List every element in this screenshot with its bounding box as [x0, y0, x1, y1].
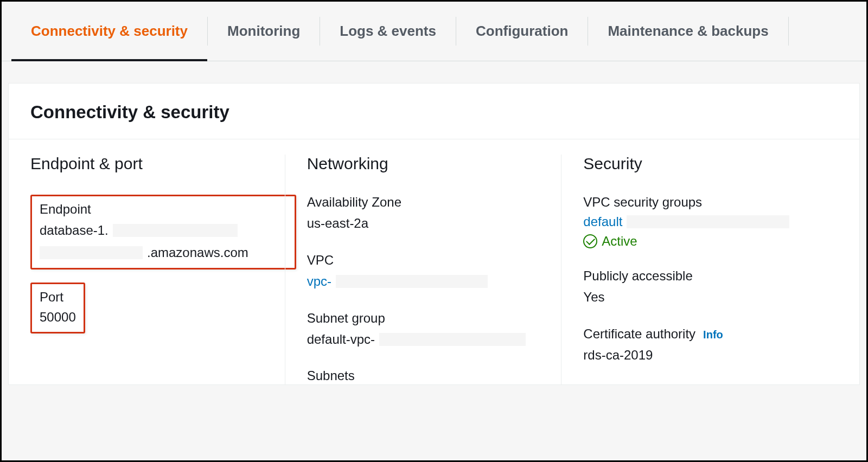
check-circle-icon	[583, 234, 597, 248]
tab-connectivity-security[interactable]: Connectivity & security	[11, 2, 207, 61]
tab-logs-events[interactable]: Logs & events	[320, 2, 456, 61]
column-endpoint-port: Endpoint & port Endpoint database-1. .am…	[30, 155, 285, 384]
availability-zone-value: us-east-2a	[307, 214, 551, 233]
column-networking: Networking Availability Zone us-east-2a …	[285, 155, 561, 384]
vpc-security-group-link[interactable]: default	[583, 214, 622, 229]
info-link[interactable]: Info	[703, 329, 723, 341]
tab-label: Logs & events	[340, 23, 436, 40]
publicly-accessible-label: Publicly accessible	[583, 268, 827, 284]
redacted-segment	[40, 246, 143, 259]
vpc-label: VPC	[307, 253, 551, 268]
app-frame: Connectivity & security Monitoring Logs …	[0, 0, 868, 462]
tab-configuration[interactable]: Configuration	[456, 2, 588, 61]
vpc-link[interactable]: vpc-	[307, 272, 331, 291]
availability-zone-label: Availability Zone	[307, 195, 551, 210]
tab-label: Connectivity & security	[31, 23, 188, 40]
redacted-segment	[379, 333, 526, 346]
subnet-group-prefix: default-vpc-	[307, 330, 375, 349]
vpc-security-groups-label: VPC security groups	[583, 195, 827, 210]
vpc-security-group-status: Active	[583, 234, 827, 249]
subnet-group-value: default-vpc-	[307, 330, 551, 349]
panel-body: Endpoint & port Endpoint database-1. .am…	[9, 139, 859, 384]
tab-monitoring[interactable]: Monitoring	[208, 2, 320, 61]
column-heading: Networking	[307, 155, 551, 173]
certificate-authority-value: rds-ca-2019	[583, 346, 827, 365]
column-heading: Security	[583, 155, 827, 173]
connectivity-panel: Connectivity & security Endpoint & port …	[8, 83, 860, 385]
redacted-segment	[627, 215, 789, 228]
endpoint-label: Endpoint	[40, 202, 287, 217]
endpoint-value: database-1. .amazonaws.com	[40, 221, 287, 262]
column-heading: Endpoint & port	[30, 155, 274, 173]
tab-label: Maintenance & backups	[608, 23, 768, 40]
port-highlight-box: Port 50000	[30, 283, 85, 334]
subnet-group-label: Subnet group	[307, 311, 551, 326]
publicly-accessible-value: Yes	[583, 288, 827, 307]
certificate-authority-label-row: Certificate authority Info	[583, 326, 827, 346]
tab-bar: Connectivity & security Monitoring Logs …	[2, 2, 866, 61]
column-security: Security VPC security groups default Act…	[561, 155, 838, 384]
redacted-segment	[336, 275, 488, 288]
vpc-value: vpc-	[307, 272, 551, 291]
tab-separator	[788, 17, 789, 46]
endpoint-highlight-box: Endpoint database-1. .amazonaws.com	[30, 195, 296, 270]
certificate-authority-label: Certificate authority	[583, 326, 695, 342]
port-value: 50000	[40, 308, 76, 327]
endpoint-value-prefix: database-1.	[40, 221, 108, 240]
tab-label: Monitoring	[227, 23, 300, 40]
tab-maintenance-backups[interactable]: Maintenance & backups	[588, 2, 788, 61]
endpoint-value-suffix: .amazonaws.com	[147, 243, 248, 262]
subnets-label: Subnets	[307, 368, 551, 383]
tab-label: Configuration	[476, 23, 568, 40]
redacted-segment	[113, 224, 238, 237]
status-text: Active	[602, 234, 637, 249]
panel-header: Connectivity & security	[9, 84, 859, 139]
panel-title: Connectivity & security	[30, 102, 838, 123]
port-label: Port	[40, 290, 76, 305]
vpc-security-groups-value: default	[583, 214, 827, 229]
